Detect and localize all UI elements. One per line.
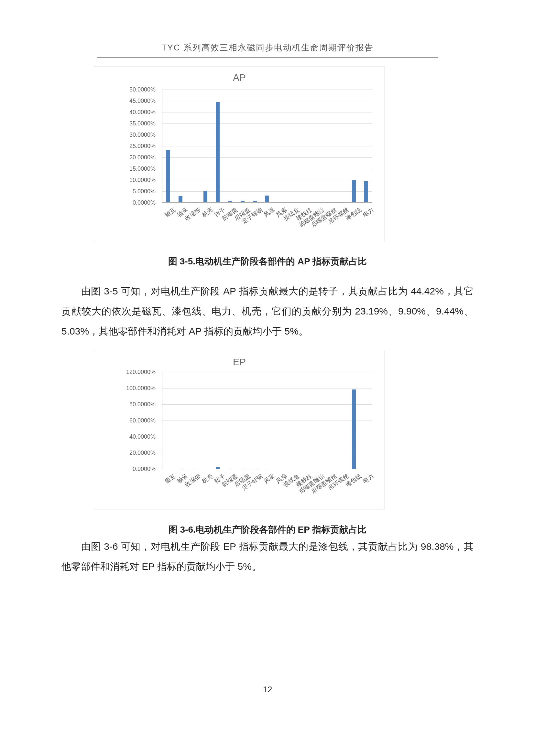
chart-ap-yaxis-line: [162, 90, 162, 202]
paragraph-1: 由图 3-5 可知，对电机生产阶段 AP 指标贡献最大的是转子，其贡献占比为 4…: [62, 281, 473, 341]
y-tick: 30.0000%: [114, 132, 155, 138]
y-tick: 100.0000%: [114, 385, 155, 392]
chart-ap-xaxis: [162, 202, 372, 202]
y-tick: 25.0000%: [114, 143, 155, 149]
y-tick: 45.0000%: [114, 97, 155, 104]
y-tick: 50.0000%: [114, 86, 155, 93]
chart-ep-plot: 0.0000%20.0000%40.0000%60.0000%80.0000%1…: [117, 372, 376, 469]
gridline: [162, 469, 372, 469]
chart-ep-yaxis: 0.0000%20.0000%40.0000%60.0000%80.0000%1…: [114, 372, 155, 469]
y-tick: 40.0000%: [114, 433, 155, 440]
chart-ap-yaxis: 0.0000%5.0000%10.0000%15.0000%20.0000%25…: [114, 90, 155, 202]
page-number: 12: [0, 685, 535, 694]
chart-ap: AP 0.0000%5.0000%10.0000%15.0000%20.0000…: [94, 67, 385, 241]
chart-ap-plot: 0.0000%5.0000%10.0000%15.0000%20.0000%25…: [117, 90, 376, 202]
bar: [364, 181, 368, 202]
y-tick: 5.0000%: [114, 188, 155, 195]
chart-ep: EP 0.0000%20.0000%40.0000%60.0000%80.000…: [94, 351, 385, 509]
chart-ep-bars: [162, 372, 372, 469]
paragraph-1-text: 由图 3-5 可知，对电机生产阶段 AP 指标贡献最大的是转子，其贡献占比为 4…: [62, 286, 473, 337]
paragraph-2-text: 由图 3-6 可知，对电机生产阶段 EP 指标贡献最大的是漆包线，其贡献占比为 …: [62, 541, 473, 572]
bar: [216, 102, 220, 202]
chart-ep-yaxis-line: [162, 372, 162, 469]
chart-ep-title: EP: [94, 351, 384, 371]
bar: [265, 196, 269, 202]
y-tick: 0.0000%: [114, 466, 155, 472]
bar: [352, 390, 356, 469]
y-tick: 20.0000%: [114, 449, 155, 456]
y-tick: 10.0000%: [114, 177, 155, 184]
bar: [179, 196, 183, 202]
header-rule: [97, 57, 438, 58]
chart-ap-bars: [162, 90, 372, 202]
y-tick: 60.0000%: [114, 417, 155, 424]
bar: [166, 150, 170, 202]
bar: [352, 180, 356, 202]
gridline: [162, 202, 372, 203]
y-tick: 15.0000%: [114, 166, 155, 172]
bar: [204, 191, 207, 202]
y-tick: 20.0000%: [114, 154, 155, 161]
y-tick: 40.0000%: [114, 109, 155, 116]
figure-3-6-caption: 图 3-6.电动机生产阶段各部件的 EP 指标贡献占比: [0, 524, 535, 536]
page-header: TYC 系列高效三相永磁同步电动机生命周期评价报告: [0, 42, 535, 53]
chart-ap-title: AP: [94, 67, 384, 86]
y-tick: 35.0000%: [114, 120, 155, 127]
paragraph-2: 由图 3-6 可知，对电机生产阶段 EP 指标贡献最大的是漆包线，其贡献占比为 …: [62, 536, 473, 577]
y-tick: 80.0000%: [114, 401, 155, 408]
chart-ep-xaxis: [162, 469, 372, 469]
figure-3-5-caption: 图 3-5.电动机生产阶段各部件的 AP 指标贡献占比: [0, 255, 535, 268]
y-tick: 120.0000%: [114, 369, 155, 376]
y-tick: 0.0000%: [114, 200, 155, 206]
